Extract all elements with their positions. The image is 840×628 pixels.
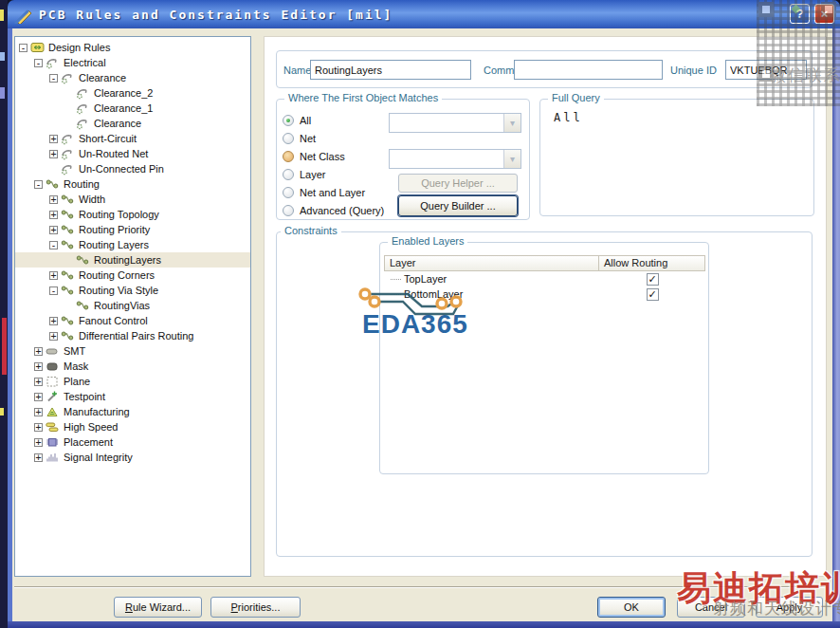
minus-expander-icon[interactable]: - <box>19 44 27 52</box>
allow-routing-checkbox[interactable]: ✓ <box>647 273 659 286</box>
plus-expander-icon[interactable]: + <box>34 393 43 401</box>
tree-item-label: Clearance_2 <box>94 87 153 99</box>
tree-item-plane[interactable]: +Plane <box>15 374 250 389</box>
radio-option-layer[interactable]: Layer <box>283 165 384 183</box>
tree-item-placement[interactable]: +Placement <box>15 434 250 450</box>
tree-item-design-rules[interactable]: -Design Rules <box>15 40 250 55</box>
tree-item-high-speed[interactable]: +High Speed <box>15 419 250 434</box>
minus-expander-icon[interactable]: - <box>49 241 58 249</box>
plus-expander-icon[interactable]: + <box>49 271 58 280</box>
rule-identity-box: Name Comment Unique ID <box>276 50 813 88</box>
full-query-box: Full Query All <box>539 99 814 216</box>
tree-item-un-routed-net[interactable]: +Un-Routed Net <box>15 146 250 161</box>
tree-item-routing-priority[interactable]: +Routing Priority <box>15 222 250 237</box>
electrical-icon <box>61 162 76 175</box>
tree-item-routing-layers[interactable]: -Routing Layers <box>15 237 250 252</box>
minus-expander-icon[interactable]: - <box>49 74 58 83</box>
tree-item-routingvias[interactable]: RoutingVias <box>15 298 250 313</box>
tree-item-mask[interactable]: +Mask <box>15 359 250 374</box>
electrical-icon <box>61 71 76 84</box>
tree-item-smt[interactable]: +SMT <box>15 343 250 359</box>
radio-icon[interactable] <box>283 133 294 144</box>
tree-item-label: Mask <box>64 360 88 372</box>
tree-item-label: Plane <box>64 376 90 387</box>
routing-icon <box>61 193 76 206</box>
column-header-allow-routing[interactable]: Allow Routing <box>598 255 705 271</box>
minus-expander-icon[interactable]: - <box>49 286 58 295</box>
plus-expander-icon[interactable]: + <box>34 408 43 416</box>
radio-option-net-class[interactable]: Net Class <box>283 147 384 165</box>
plus-expander-icon[interactable]: + <box>49 226 58 234</box>
routing-icon <box>61 238 76 251</box>
query-builder-button[interactable]: Query Builder ... <box>398 195 518 216</box>
radio-icon[interactable] <box>283 115 294 126</box>
name-input[interactable] <box>310 60 471 80</box>
tree-item-clearance-2[interactable]: Clearance_2 <box>15 85 250 101</box>
tree-item-un-connected-pin[interactable]: Un-Connected Pin <box>15 161 250 176</box>
allow-routing-checkbox[interactable]: ✓ <box>647 288 659 301</box>
electrical-icon <box>76 86 91 100</box>
constraints-box: Constraints Enabled Layers Layer Allow R… <box>276 231 813 557</box>
tree-item-clearance[interactable]: Clearance <box>15 116 250 131</box>
radio-option-all[interactable]: All <box>283 111 384 129</box>
full-query-text: All <box>554 111 583 124</box>
tree-item-routinglayers[interactable]: RoutingLayers <box>15 252 250 268</box>
first-object-matches-box: Where The First Object Matches AllNetNet… <box>276 99 530 220</box>
plus-expander-icon[interactable]: + <box>49 211 58 219</box>
priorities-button[interactable]: Priorities... <box>210 597 301 618</box>
plus-expander-icon[interactable]: + <box>49 150 58 158</box>
plus-expander-icon[interactable]: + <box>34 423 43 432</box>
tree-item-routing-corners[interactable]: +Routing Corners <box>15 268 250 283</box>
plus-expander-icon[interactable]: + <box>49 317 58 325</box>
smt-icon <box>46 344 61 358</box>
rule-wizard-button[interactable]: Rule Wizard... <box>114 597 202 618</box>
radio-option-advanced-query[interactable]: Advanced (Query) <box>283 201 384 219</box>
plus-expander-icon[interactable]: + <box>34 378 43 386</box>
eda365-logo-text: EDA365 <box>362 309 468 340</box>
tree-item-differential-pairs-routing[interactable]: +Differential Pairs Routing <box>15 328 250 343</box>
column-header-layer[interactable]: Layer <box>384 255 599 271</box>
comment-input[interactable] <box>514 60 663 80</box>
testpoint-icon <box>46 390 61 403</box>
plus-expander-icon[interactable]: + <box>34 347 43 356</box>
radio-icon[interactable] <box>283 151 294 162</box>
radio-label: Net Class <box>300 151 345 162</box>
electrical-icon <box>76 102 91 115</box>
tree-item-clearance-1[interactable]: Clearance_1 <box>15 101 250 116</box>
radio-option-net-and-layer[interactable]: Net and Layer <box>283 183 384 201</box>
tree-item-routing-via-style[interactable]: -Routing Via Style <box>15 283 250 298</box>
radio-icon[interactable] <box>283 169 294 180</box>
tree-item-electrical[interactable]: -Electrical <box>15 55 250 70</box>
radio-icon[interactable] <box>283 187 294 198</box>
tree-item-manufacturing[interactable]: +Manufacturing <box>15 404 250 419</box>
ruler-pencil-icon <box>14 5 33 24</box>
plus-expander-icon[interactable]: + <box>34 453 43 462</box>
signal-integrity-icon <box>46 451 61 464</box>
titlebar[interactable]: PCB Rules and Constraints Editor [mil] ?… <box>8 0 840 28</box>
radio-option-net[interactable]: Net <box>283 129 384 147</box>
high-speed-icon <box>46 420 61 434</box>
ok-button[interactable]: OK <box>597 597 666 618</box>
plus-expander-icon[interactable]: + <box>34 362 43 371</box>
tree-item-clearance[interactable]: -Clearance <box>15 70 250 85</box>
tree-item-short-circuit[interactable]: +Short-Circuit <box>15 131 250 146</box>
tree-item-routing[interactable]: -Routing <box>15 176 250 192</box>
minus-expander-icon[interactable]: - <box>34 180 43 189</box>
plus-expander-icon[interactable]: + <box>34 438 43 447</box>
tree-item-width[interactable]: +Width <box>15 192 250 207</box>
plus-expander-icon[interactable]: + <box>49 195 58 204</box>
radio-icon[interactable] <box>283 205 294 216</box>
plus-expander-icon[interactable]: + <box>49 135 58 143</box>
minus-expander-icon[interactable]: - <box>34 59 43 67</box>
tree-item-routing-topology[interactable]: +Routing Topology <box>15 207 250 222</box>
rules-tree: -Design Rules-Electrical-ClearanceCleara… <box>14 36 251 577</box>
training-watermark-subtitle: 射频和天线设计专家 <box>713 598 840 619</box>
tree-item-testpoint[interactable]: +Testpoint <box>15 389 250 404</box>
name-label: Name <box>283 65 311 76</box>
qr-finder-square <box>758 2 774 17</box>
tree-item-label: Routing Priority <box>79 224 150 235</box>
tree-item-signal-integrity[interactable]: +Signal Integrity <box>15 450 250 465</box>
tree-item-fanout-control[interactable]: +Fanout Control <box>15 313 250 328</box>
pcb-fragment <box>0 52 5 61</box>
plus-expander-icon[interactable]: + <box>49 332 58 341</box>
